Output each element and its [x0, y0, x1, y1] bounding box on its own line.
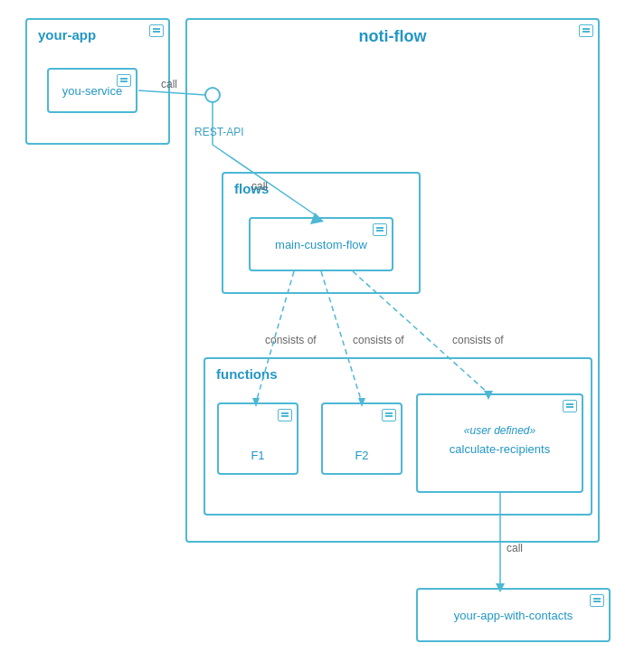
f2-icon — [382, 409, 396, 421]
contacts-label: your-app-with-contacts — [418, 609, 609, 622]
main-flow-icon — [373, 223, 387, 236]
your-app-contacts-box: your-app-with-contacts — [416, 588, 611, 642]
functions-label: functions — [216, 366, 278, 382]
noti-flow-label: noti-flow — [359, 27, 427, 46]
f1-icon — [278, 409, 292, 421]
you-service-box: you-service — [47, 68, 137, 113]
user-defined-stereotype: «user defined» — [418, 424, 582, 437]
noti-flow-icon — [579, 24, 593, 37]
user-defined-name: calculate-recipients — [418, 442, 582, 456]
you-service-label: you-service — [49, 84, 136, 98]
your-app-label: your-app — [38, 27, 96, 43]
user-defined-icon — [563, 400, 577, 412]
your-app-icon — [149, 24, 164, 37]
f1-box: F1 — [217, 402, 298, 475]
user-defined-box: «user defined» calculate-recipients — [416, 393, 583, 493]
svg-text:call: call — [507, 542, 523, 554]
f2-box: F2 — [321, 402, 402, 475]
f1-label: F1 — [219, 449, 297, 462]
contacts-icon — [590, 594, 604, 607]
flows-label: flows — [234, 181, 269, 196]
main-custom-flow-label: main-custom-flow — [251, 238, 392, 251]
diagram-container: your-app you-service noti-flow flows mai… — [0, 0, 625, 672]
f2-label: F2 — [323, 449, 401, 462]
main-custom-flow-box: main-custom-flow — [249, 217, 393, 271]
